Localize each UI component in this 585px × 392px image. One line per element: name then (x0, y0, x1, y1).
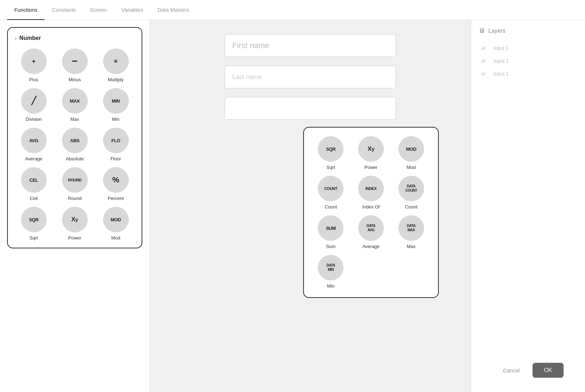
data-min-label: Min (327, 283, 335, 289)
tab-constants[interactable]: Constants (45, 0, 83, 20)
percent-circle: % (103, 167, 129, 193)
func-division[interactable]: ╱ Division (15, 88, 52, 122)
func-power2[interactable]: Xy Power (353, 136, 390, 170)
layers-header: 🖥 Layers (478, 27, 578, 35)
functions-grid: + Plus − Minus × Multiply ╱ Division (15, 48, 134, 241)
tab-screen[interactable]: Screen (83, 0, 115, 20)
data-max-label: Max (407, 244, 416, 249)
mod-circle: MOD (103, 207, 129, 232)
layer-icon-ai-2: AI (481, 58, 490, 64)
func-percent[interactable]: % Percent (97, 167, 134, 201)
layer-icon-ai-1: AI (481, 46, 490, 51)
layer-item-1[interactable]: AI Input 1 (478, 42, 578, 55)
func-minus[interactable]: − Minus (56, 48, 93, 82)
cancel-button[interactable]: Cancel (496, 363, 527, 378)
layer-name-1: Input 1 (493, 45, 509, 51)
secondary-panel: SQR Sqrt Xy Power MOD Mod COUNT Count (303, 127, 439, 298)
floor-circle: FLO (103, 128, 129, 153)
func-plus[interactable]: + Plus (15, 48, 52, 82)
ok-button[interactable]: OK (533, 363, 564, 378)
func-mod[interactable]: MOD Mod (97, 207, 134, 241)
functions-panel: › Number + Plus − Minus × Multiply (7, 27, 142, 248)
left-panel: › Number + Plus − Minus × Multiply (0, 20, 150, 392)
func-power[interactable]: Xy Power (56, 207, 93, 241)
func-floor[interactable]: FLO Floor (97, 128, 134, 161)
multiply-label: Multiply (108, 77, 123, 82)
sum-label: Sum (326, 244, 336, 249)
section-header: › Number (15, 35, 134, 41)
data-max-circle: DATAMAX (398, 215, 424, 241)
mod2-label: Mod (407, 165, 416, 170)
percent-label: Percent (108, 196, 124, 201)
func-data-avg[interactable]: DATAAVG Average (353, 215, 390, 249)
last-name-placeholder: Last name (232, 73, 262, 81)
data-avg-label: Average (362, 244, 380, 249)
layer-name-3: Input 1 (493, 71, 509, 77)
func-ceil[interactable]: CEL Ceil (15, 167, 52, 201)
power2-circle: Xy (358, 136, 384, 162)
index-of-circle: INDEX (358, 176, 384, 201)
minus-circle: − (62, 48, 88, 74)
power-label: Power (68, 235, 81, 241)
data-avg-circle: DATAAVG (358, 215, 384, 241)
tab-variables[interactable]: Variables (114, 0, 150, 20)
round-circle: ROUND (62, 167, 88, 193)
func-mod2[interactable]: MOD Mod (393, 136, 429, 170)
monitor-icon: 🖥 (478, 27, 485, 35)
layer-item-3[interactable]: AI Input 1 (478, 67, 578, 80)
func-data-min[interactable]: DATAMIN Min (312, 255, 349, 289)
round-label: Round (68, 196, 81, 201)
sqrt-circle: SQR (21, 207, 47, 232)
section-title: Number (19, 35, 41, 41)
absolute-label: Absolute (66, 156, 84, 161)
power2-label: Power (365, 165, 378, 170)
absolute-circle: ABS (62, 128, 88, 153)
center-canvas: First name Last name SQR Sqrt Xy Power (150, 20, 471, 392)
secondary-functions-grid: SQR Sqrt Xy Power MOD Mod COUNT Count (312, 136, 429, 289)
ceil-label: Ceil (30, 196, 37, 201)
func-average[interactable]: AVG Average (15, 128, 52, 161)
func-sum[interactable]: SUM Sum (312, 215, 349, 249)
first-name-input[interactable]: First name (225, 34, 396, 57)
tab-data-masters[interactable]: Data Masters (151, 0, 197, 20)
first-name-placeholder: First name (232, 41, 269, 50)
func-absolute[interactable]: ABS Absolute (56, 128, 93, 161)
power-circle: Xy (62, 207, 88, 232)
count-label: Count (325, 204, 337, 210)
layer-item-2[interactable]: AI Input 1 (478, 55, 578, 67)
main-area: › Number + Plus − Minus × Multiply (0, 20, 585, 392)
data-count-circle: DATACOUNT (398, 176, 424, 201)
func-count[interactable]: COUNT Count (312, 176, 349, 210)
minus-label: Minus (68, 77, 81, 82)
func-data-count[interactable]: DATACOUNT Count (393, 176, 429, 210)
count-circle: COUNT (318, 176, 344, 201)
min-circle: MIN (103, 88, 129, 114)
min-label: Min (112, 117, 119, 122)
ceil-circle: CEL (21, 167, 47, 193)
bottom-bar: Cancel OK (496, 363, 564, 378)
floor-label: Floor (111, 156, 121, 161)
func-max[interactable]: MAX Max (56, 88, 93, 122)
max-label: Max (70, 117, 79, 122)
func-index-of[interactable]: INDEX Index Of (353, 176, 390, 210)
func-sqrt[interactable]: SQR Sqrt (15, 207, 52, 241)
mod-label: Mod (111, 235, 120, 241)
func-min[interactable]: MIN Min (97, 88, 134, 122)
plus-label: Plus (29, 77, 38, 82)
func-sqrt2[interactable]: SQR Sqrt (312, 136, 349, 170)
plus-circle: + (21, 48, 47, 74)
top-navigation: Functions Constants Screen Variables Dat… (0, 0, 585, 20)
data-count-label: Count (405, 204, 417, 210)
func-round[interactable]: ROUND Round (56, 167, 93, 201)
field3-input[interactable] (225, 97, 396, 120)
layer-icon-ai-3: AI (481, 71, 490, 77)
tab-functions[interactable]: Functions (7, 0, 45, 20)
mod2-circle: MOD (398, 136, 424, 162)
right-panel: 🖥 Layers AI Input 1 AI Input 1 AI Input … (471, 20, 585, 392)
last-name-input[interactable]: Last name (225, 66, 396, 88)
average-label: Average (25, 156, 42, 161)
sqrt-label: Sqrt (30, 235, 38, 241)
func-multiply[interactable]: × Multiply (97, 48, 134, 82)
sqrt2-circle: SQR (318, 136, 344, 162)
func-data-max[interactable]: DATAMAX Max (393, 215, 429, 249)
